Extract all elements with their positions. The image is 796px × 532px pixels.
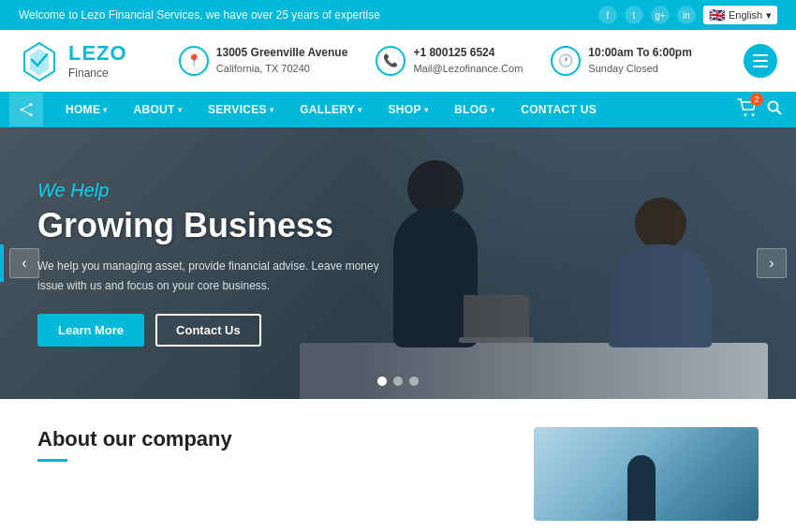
main-nav: HOME ▾ ABOUT ▾ SERVICES ▾ GALLERY ▾ SHOP… — [0, 92, 796, 127]
svg-point-7 — [744, 113, 747, 116]
social-links: f t g+ in 🇬🇧 English ▾ — [598, 6, 777, 24]
nav-gallery[interactable]: GALLERY ▾ — [287, 92, 375, 127]
phone-text: +1 800125 6524 Mail@Lezofinance.Com — [413, 44, 523, 77]
hero-content: We Help Growing Business We help you man… — [0, 180, 431, 347]
nav-items: HOME ▾ ABOUT ▾ SERVICES ▾ GALLERY ▾ SHOP… — [52, 92, 737, 127]
chevron-down-icon: ▾ — [424, 106, 428, 114]
building-bg — [534, 427, 759, 521]
facebook-icon[interactable]: f — [598, 6, 617, 24]
about-image-bg — [534, 427, 759, 521]
phone-icon: 📞 — [376, 46, 405, 76]
top-bar-message: Welcome to Lezo Financial Services, we h… — [19, 8, 380, 22]
address-info: 📍 13005 Greenville Avenue California, TX… — [179, 44, 348, 77]
person-silhouette — [627, 455, 656, 521]
about-title: About our company — [37, 427, 506, 451]
brand-name: LEZO — [68, 41, 127, 66]
hero-accent-bar — [0, 244, 4, 282]
svg-line-10 — [777, 111, 782, 115]
below-hero-section: About our company — [0, 399, 796, 521]
header-contacts: 📍 13005 Greenville Avenue California, TX… — [179, 44, 692, 77]
svg-line-5 — [22, 105, 31, 111]
flag-icon: 🇬🇧 — [709, 7, 725, 22]
linkedin-icon[interactable]: in — [677, 6, 696, 24]
phone-info: 📞 +1 800125 6524 Mail@Lezofinance.Com — [376, 44, 523, 77]
about-image — [534, 427, 759, 521]
dot-3[interactable] — [409, 377, 419, 386]
cart-button[interactable]: 2 — [737, 98, 758, 121]
logo: LEZO Finance — [19, 39, 127, 81]
hero-subtitle: We Help — [37, 180, 393, 201]
dot-2[interactable] — [393, 377, 403, 386]
hero-dots — [377, 377, 419, 386]
learn-more-button[interactable]: Learn More — [37, 314, 144, 347]
svg-point-8 — [752, 113, 755, 116]
chevron-down-icon: ▾ — [766, 9, 772, 22]
svg-line-6 — [22, 110, 31, 115]
nav-blog[interactable]: BLOG ▾ — [441, 92, 508, 127]
contact-us-button[interactable]: Contact Us — [155, 314, 261, 347]
language-label: English — [729, 9, 762, 21]
hours-text: 10:00am To 6:00pm Sunday Closed — [588, 44, 692, 77]
nav-home[interactable]: HOME ▾ — [52, 92, 121, 127]
hours-info: 🕐 10:00am To 6:00pm Sunday Closed — [551, 44, 692, 77]
nav-services[interactable]: SERVICES ▾ — [195, 92, 287, 127]
menu-line-1 — [753, 54, 768, 56]
nav-about[interactable]: ABOUT ▾ — [121, 92, 195, 127]
chevron-down-icon: ▾ — [358, 106, 361, 114]
about-underline — [37, 459, 67, 462]
hero-prev-button[interactable]: ‹ — [9, 248, 39, 278]
logo-text: LEZO Finance — [68, 41, 127, 80]
nav-shop[interactable]: SHOP ▾ — [376, 92, 442, 127]
address-text: 13005 Greenville Avenue California, TX 7… — [216, 44, 348, 77]
cart-count: 2 — [750, 93, 763, 106]
svg-point-9 — [769, 102, 778, 111]
hamburger-button[interactable] — [744, 44, 777, 78]
nav-right: 2 — [737, 98, 796, 121]
hero-description: We help you managing asset, provide fina… — [37, 257, 393, 295]
header: LEZO Finance 📍 13005 Greenville Avenue C… — [0, 30, 796, 92]
chevron-down-icon: ▾ — [491, 106, 494, 114]
share-button[interactable] — [9, 93, 43, 126]
language-selector[interactable]: 🇬🇧 English ▾ — [703, 6, 777, 24]
logo-svg — [19, 39, 61, 81]
hero-next-button[interactable]: › — [757, 248, 787, 278]
googleplus-icon[interactable]: g+ — [651, 6, 670, 24]
hero-buttons: Learn More Contact Us — [37, 314, 393, 347]
about-text: About our company — [37, 427, 506, 462]
brand-subtitle: Finance — [68, 66, 127, 80]
hero-section: We Help Growing Business We help you man… — [0, 127, 796, 399]
chevron-down-icon: ▾ — [270, 106, 273, 114]
chevron-down-icon: ▾ — [178, 106, 182, 114]
clock-icon: 🕐 — [551, 46, 581, 76]
menu-line-2 — [753, 60, 768, 62]
search-icon[interactable] — [767, 100, 782, 119]
hero-title: Growing Business — [37, 207, 393, 244]
nav-contact[interactable]: CONTACT US — [508, 92, 610, 127]
chevron-down-icon: ▾ — [103, 106, 107, 114]
dot-1[interactable] — [377, 377, 387, 386]
twitter-icon[interactable]: t — [625, 6, 643, 24]
about-section: About our company — [37, 427, 759, 521]
menu-line-3 — [753, 66, 768, 67]
top-bar: Welcome to Lezo Financial Services, we h… — [0, 0, 796, 30]
location-icon: 📍 — [179, 46, 209, 76]
